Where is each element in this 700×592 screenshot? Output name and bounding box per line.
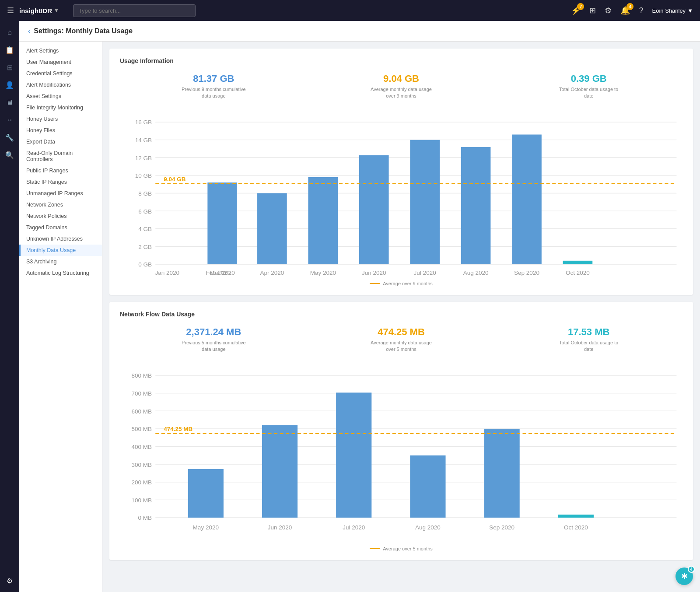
usage-stat-current: 0.39 GB Total October data usage todate [495, 73, 682, 100]
notifications-icon[interactable]: 🔔 4 [620, 6, 630, 15]
feedback-count: 4 [688, 566, 695, 573]
network-avg-label: 474.25 MB [164, 426, 192, 432]
integrations-icon[interactable]: ⊞ [589, 6, 596, 15]
user-menu[interactable]: Eoin Shanley ▼ [652, 7, 693, 14]
network-stat1-value: 2,371.24 MB [120, 326, 308, 338]
svg-text:600 MB: 600 MB [132, 408, 152, 414]
usage-bar-jun [359, 155, 389, 264]
usage-stat2-label: Average monthly data usageover 9 months [308, 86, 495, 100]
page-header: ‹ Settings: Monthly Data Usage [19, 21, 700, 42]
search-input[interactable] [73, 4, 196, 17]
svg-text:Jul 2020: Jul 2020 [343, 524, 365, 531]
nav-right: ⚡ 7 ⊞ ⚙ 🔔 4 ? Eoin Shanley ▼ [571, 6, 693, 15]
sidebar-item-readonly-dc[interactable]: Read-Only Domain Controllers [19, 147, 102, 165]
feedback-button[interactable]: ✱ 4 [676, 567, 693, 585]
sidebar-tools-icon[interactable]: 🔧 [2, 130, 18, 145]
sidebar-search-icon[interactable]: 🔍 [2, 147, 18, 163]
usage-stat3-value: 0.39 GB [495, 73, 682, 84]
network-bar-sep [484, 428, 520, 517]
usage-bar-aug [461, 147, 491, 264]
sidebar-monitor-icon[interactable]: 🖥 [2, 95, 18, 110]
usage-stat1-value: 81.37 GB [120, 73, 308, 84]
menu-icon[interactable]: ☰ [7, 6, 14, 15]
sidebar-dashboard-icon[interactable]: ⊞ [2, 60, 18, 75]
network-legend-dash-icon [370, 548, 380, 549]
sidebar-logs-icon[interactable]: 📋 [2, 42, 18, 58]
usage-chart-title: Usage Information [120, 57, 682, 64]
network-stat3-value: 17.53 MB [495, 326, 682, 338]
network-bar-oct [558, 515, 594, 518]
sidebar-item-network-zones[interactable]: Network Zones [19, 199, 102, 210]
sidebar-item-credential-settings[interactable]: Credential Settings [19, 68, 102, 79]
svg-text:4 GB: 4 GB [138, 226, 152, 232]
sidebar-network-icon[interactable]: ↔ [2, 112, 18, 128]
svg-text:Jan 2020: Jan 2020 [155, 270, 179, 276]
svg-text:16 GB: 16 GB [135, 119, 152, 126]
usage-bar-mar [207, 182, 237, 264]
svg-text:Oct 2020: Oct 2020 [566, 270, 590, 276]
network-stat1-label: Previous 5 months cumulativedata usage [120, 340, 308, 353]
svg-text:100 MB: 100 MB [132, 497, 152, 503]
sidebar-item-monthly-usage[interactable]: Monthly Data Usage [19, 245, 102, 256]
sidebar-item-s3-archiving[interactable]: S3 Archiving [19, 256, 102, 267]
svg-text:6 GB: 6 GB [138, 208, 152, 214]
network-stat-current: 17.53 MB Total October data usage todate [495, 326, 682, 353]
svg-text:Apr 2020: Apr 2020 [260, 270, 284, 276]
svg-text:400 MB: 400 MB [132, 444, 152, 450]
usage-bar-may [308, 177, 338, 264]
sidebar-settings-icon[interactable]: ⚙ [2, 573, 18, 588]
usage-information-card: Usage Information 81.37 GB Previous 9 mo… [109, 49, 693, 295]
sidebar-item-user-management[interactable]: User Management [19, 56, 102, 68]
usage-stat1-label: Previous 9 months cumulativedata usage [120, 86, 308, 100]
app-logo: insightIDR ▼ [19, 7, 59, 14]
sidebar-item-asset-settings[interactable]: Asset Settings [19, 91, 102, 102]
sidebar-item-honey-users[interactable]: Honey Users [19, 113, 102, 125]
usage-stat-average: 9.04 GB Average monthly data usageover 9… [308, 73, 495, 100]
sidebar-item-network-policies[interactable]: Network Policies [19, 210, 102, 222]
usage-legend-label: Average over 9 months [383, 281, 433, 286]
network-bar-chart: 800 MB 700 MB 600 MB 500 MB 400 MB 300 M… [120, 364, 682, 543]
network-stats-row: 2,371.24 MB Previous 5 months cumulative… [120, 326, 682, 353]
svg-text:Jun 2020: Jun 2020 [362, 270, 386, 276]
svg-text:12 GB: 12 GB [135, 154, 152, 161]
help-icon[interactable]: ? [639, 6, 643, 15]
network-stat2-value: 474.25 MB [308, 326, 495, 338]
notifications-badge: 4 [626, 3, 634, 10]
main-content: Alert Settings User Management Credentia… [19, 42, 700, 592]
sidebar-item-unknown-ip[interactable]: Unknown IP Addresses [19, 233, 102, 245]
app-layout: ⌂ 📋 ⊞ 👤 🖥 ↔ 🔧 🔍 ⚙ ‹ Settings: Monthly Da… [0, 21, 700, 592]
sidebar-item-honey-files[interactable]: Honey Files [19, 125, 102, 136]
sidebar-item-export-data[interactable]: Export Data [19, 136, 102, 147]
sidebar-item-alert-modifications[interactable]: Alert Modifications [19, 79, 102, 91]
top-navigation: ☰ insightIDR ▼ ⚡ 7 ⊞ ⚙ 🔔 4 ? Eoin Shanle… [0, 0, 700, 21]
usage-stats-row: 81.37 GB Previous 9 months cumulativedat… [120, 73, 682, 100]
sidebar-item-static-ip[interactable]: Static IP Ranges [19, 176, 102, 188]
alerts-icon[interactable]: ⚡ 7 [571, 6, 581, 15]
settings-icon[interactable]: ⚙ [605, 6, 612, 15]
sidebar-item-unmanaged-ip[interactable]: Unmanaged IP Ranges [19, 188, 102, 199]
network-bar-jun [262, 425, 298, 517]
svg-text:200 MB: 200 MB [132, 479, 152, 486]
settings-sidebar: Alert Settings User Management Credentia… [19, 42, 102, 592]
svg-text:2 GB: 2 GB [138, 244, 152, 250]
sidebar-user-icon[interactable]: 👤 [2, 77, 18, 93]
alerts-badge: 7 [577, 3, 584, 10]
sidebar-item-tagged-domains[interactable]: Tagged Domains [19, 222, 102, 233]
usage-bar-apr [257, 193, 287, 264]
network-stat2-label: Average monthly data usageover 5 months [308, 340, 495, 353]
usage-stat-cumulative: 81.37 GB Previous 9 months cumulativedat… [120, 73, 308, 100]
svg-text:Aug 2020: Aug 2020 [415, 524, 441, 531]
svg-text:800 MB: 800 MB [132, 372, 152, 379]
network-legend-label: Average over 5 months [383, 546, 433, 551]
svg-text:Sep 2020: Sep 2020 [514, 270, 539, 276]
network-stat3-label: Total October data usage todate [495, 340, 682, 353]
back-button[interactable]: ‹ [28, 27, 30, 35]
sidebar-item-auto-log[interactable]: Automatic Log Structuring [19, 267, 102, 279]
sidebar-item-public-ip[interactable]: Public IP Ranges [19, 165, 102, 176]
sidebar-item-alert-settings[interactable]: Alert Settings [19, 45, 102, 56]
sidebar-home-icon[interactable]: ⌂ [2, 25, 18, 40]
usage-stat2-value: 9.04 GB [308, 73, 495, 84]
legend-dash-icon [370, 283, 380, 284]
sidebar-item-file-integrity[interactable]: File Integrity Monitoring [19, 102, 102, 113]
network-stat-cumulative: 2,371.24 MB Previous 5 months cumulative… [120, 326, 308, 353]
